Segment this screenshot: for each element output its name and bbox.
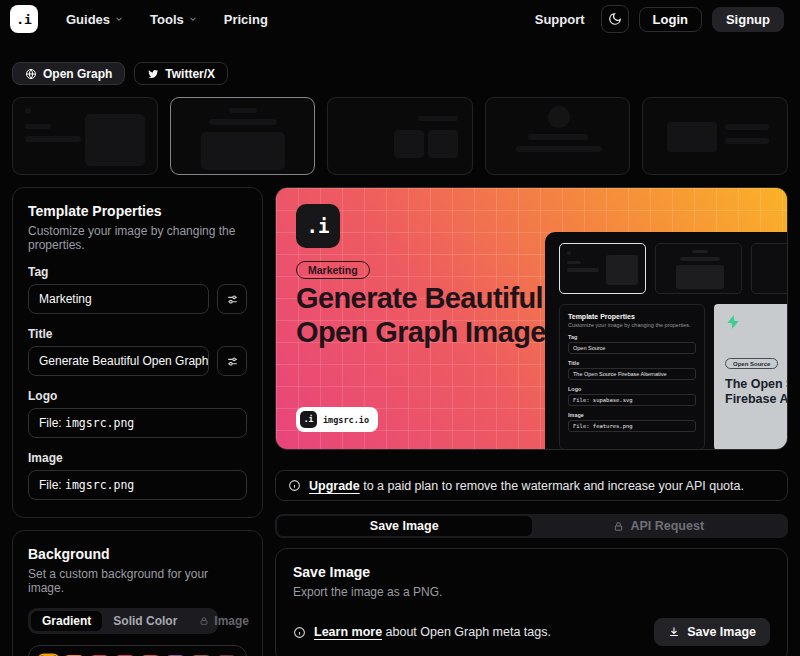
lock-icon: [199, 616, 209, 626]
title-input[interactable]: Generate Beautiful Open Graph Images: [28, 346, 209, 376]
info-icon: [288, 479, 301, 492]
watermark-logo: .i: [300, 411, 317, 428]
preview-title: Generate Beautiful Open Graph Images: [296, 282, 572, 349]
nav-item-tools[interactable]: Tools: [150, 12, 198, 27]
template-thumbnail-4[interactable]: [485, 97, 631, 175]
chevron-down-icon: [114, 14, 124, 24]
watermark-text: imgsrc.io: [323, 415, 369, 425]
moon-icon: [608, 12, 622, 26]
inner-thumbnail-row: [559, 243, 788, 294]
main-nav: Guides Tools Pricing: [66, 12, 268, 27]
preview-tag-pill: Marketing: [296, 261, 370, 279]
template-thumbnail-5[interactable]: [642, 97, 788, 175]
main-content: Template Properties Customize your image…: [12, 187, 788, 656]
template-thumbnail-2[interactable]: [170, 97, 316, 175]
logo-field-label: Logo: [28, 389, 247, 403]
save-panel-description: Export the image as a PNG.: [293, 585, 770, 599]
gradient-swatch-box: [28, 645, 247, 656]
tab-twitter-x[interactable]: Twitter/X: [134, 62, 228, 85]
twitter-icon: [147, 68, 159, 80]
header: .i Guides Tools Pricing Support Login Si…: [0, 0, 800, 38]
save-image-button[interactable]: Save Image: [654, 618, 770, 646]
inner-body: Template Properties Customize your image…: [559, 304, 788, 450]
inner-og-preview: Open Source The Open Source Firebase Alt…: [714, 304, 788, 450]
learn-more-link[interactable]: Learn more: [314, 625, 382, 639]
panel-description: Customize your image by changing the pro…: [28, 224, 247, 252]
template-thumbnail-1[interactable]: [12, 97, 158, 175]
right-column: .i Marketing Generate Beautiful Open Gra…: [275, 187, 788, 656]
inner-thumbnail-selected: [559, 243, 646, 294]
save-panel-title: Save Image: [293, 564, 770, 580]
tab-api-request[interactable]: API Request: [532, 516, 787, 536]
og-image-preview: .i Marketing Generate Beautiful Open Gra…: [275, 187, 788, 450]
upgrade-text: Upgrade to a paid plan to remove the wat…: [309, 479, 744, 493]
login-button[interactable]: Login: [639, 7, 702, 32]
template-thumbnail-row: [12, 97, 788, 175]
output-tabs: Save Image API Request: [275, 514, 788, 538]
lock-icon: [613, 521, 624, 532]
globe-icon: [25, 68, 37, 80]
title-options-button[interactable]: [217, 346, 247, 376]
download-icon: [668, 626, 680, 638]
app-logo[interactable]: .i: [10, 5, 38, 33]
preview-inner-screenshot: Template Properties Customize your image…: [545, 232, 788, 450]
tab-image[interactable]: Image: [188, 611, 260, 631]
theme-toggle-button[interactable]: [601, 5, 629, 33]
learn-more-row: Learn more about Open Graph meta tags.: [293, 625, 551, 639]
template-thumbnail-3[interactable]: [327, 97, 473, 175]
tab-solid-color[interactable]: Solid Color: [102, 611, 188, 631]
sliders-icon: [226, 355, 239, 368]
save-image-panel: Save Image Export the image as a PNG. Le…: [275, 548, 788, 656]
tab-open-graph[interactable]: Open Graph: [12, 62, 125, 85]
panel-title: Template Properties: [28, 203, 247, 219]
image-field-label: Image: [28, 451, 247, 465]
watermark-badge: .i imgsrc.io: [296, 407, 378, 432]
inner-properties-panel: Template Properties Customize your image…: [559, 304, 705, 450]
title-field-label: Title: [28, 327, 247, 341]
support-link[interactable]: Support: [535, 12, 585, 27]
left-column: Template Properties Customize your image…: [12, 187, 263, 656]
background-type-tabs: Gradient Solid Color Image: [28, 608, 218, 634]
logo-file-input[interactable]: File: imgsrc.png: [28, 408, 247, 438]
inner-preview-title: The Open Source Firebase Alternative: [725, 377, 788, 408]
supabase-bolt-icon: [725, 314, 741, 330]
tag-field-label: Tag: [28, 265, 247, 279]
image-file-input[interactable]: File: imgsrc.png: [28, 470, 247, 500]
signup-button[interactable]: Signup: [712, 7, 784, 32]
nav-item-guides[interactable]: Guides: [66, 12, 124, 27]
chevron-down-icon: [188, 14, 198, 24]
upgrade-link[interactable]: Upgrade: [309, 479, 360, 493]
image-type-tabs: Open Graph Twitter/X: [12, 62, 800, 85]
info-icon: [293, 626, 306, 639]
template-properties-panel: Template Properties Customize your image…: [12, 187, 263, 518]
tag-options-button[interactable]: [217, 284, 247, 314]
panel-description: Set a custom background for your image.: [28, 567, 247, 595]
header-right: Support Login Signup: [535, 5, 784, 33]
tag-input[interactable]: Marketing: [28, 284, 209, 314]
preview-logo: .i: [296, 204, 340, 248]
panel-title: Background: [28, 546, 247, 562]
tab-gradient[interactable]: Gradient: [31, 611, 102, 631]
nav-item-pricing[interactable]: Pricing: [224, 12, 268, 27]
tab-save-image[interactable]: Save Image: [277, 516, 532, 536]
background-panel: Background Set a custom background for y…: [12, 530, 263, 656]
inner-thumbnail: [751, 243, 788, 294]
sliders-icon: [226, 293, 239, 306]
inner-thumbnail: [655, 243, 742, 294]
inner-preview-tag: Open Source: [725, 358, 778, 369]
upgrade-banner: Upgrade to a paid plan to remove the wat…: [275, 470, 788, 501]
